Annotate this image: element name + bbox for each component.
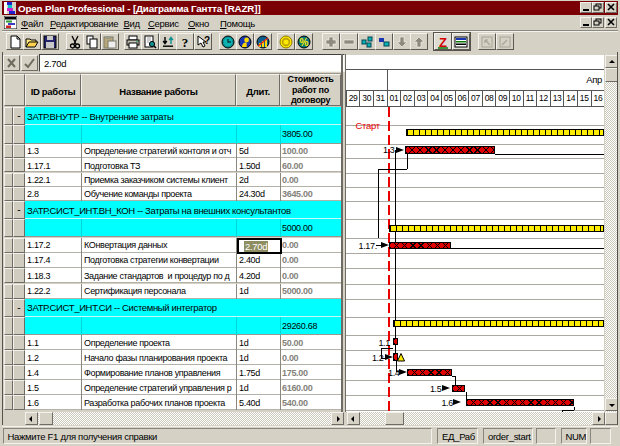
svg-text:%: % [299, 37, 308, 48]
svg-text:Z: Z [439, 35, 447, 49]
svg-text:?: ? [203, 35, 209, 46]
svg-text:?: ? [182, 35, 189, 49]
